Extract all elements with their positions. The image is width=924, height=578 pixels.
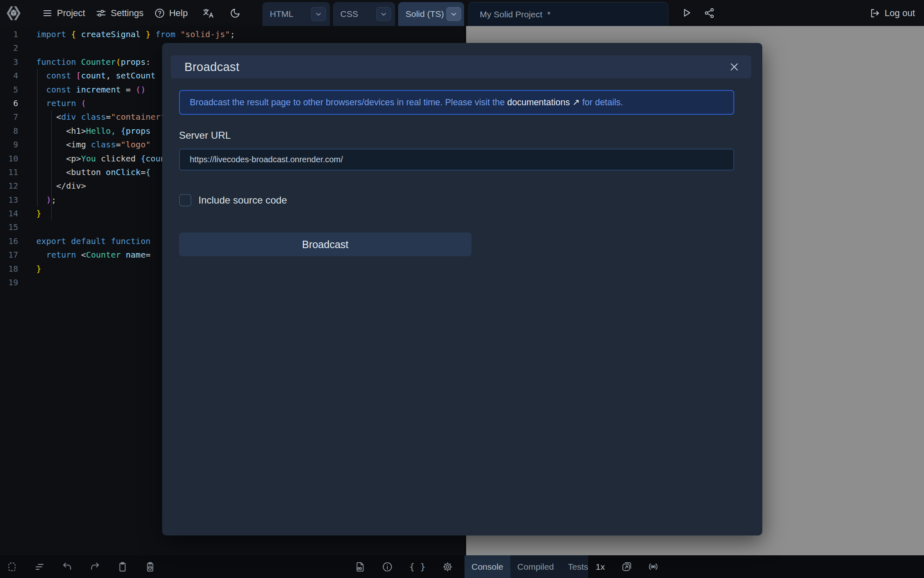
tab-tests[interactable]: Tests	[561, 555, 588, 578]
logout-label: Log out	[885, 8, 915, 19]
broadcast-submit-button[interactable]: Broadcast	[179, 232, 471, 256]
chevron-down-icon[interactable]	[311, 7, 326, 21]
chevron-down-icon[interactable]	[376, 7, 391, 21]
focus-editor-icon[interactable]	[7, 561, 17, 572]
project-menu-label: Project	[57, 8, 85, 19]
dark-mode-icon[interactable]	[230, 8, 240, 19]
project-title-input[interactable]	[469, 2, 668, 26]
run-icon[interactable]	[681, 7, 692, 19]
copy-icon[interactable]	[117, 561, 128, 572]
livecodes-logo-icon[interactable]	[4, 5, 23, 21]
include-source-checkbox[interactable]	[179, 194, 191, 206]
documentations-link-label: documentations	[507, 97, 570, 107]
settings-menu-label: Settings	[111, 8, 144, 19]
share-icon[interactable]	[704, 7, 715, 19]
result-zoom-control[interactable]: 1x	[596, 555, 605, 578]
include-source-row: Include source code	[179, 194, 734, 206]
indent-guide	[37, 69, 38, 207]
indent-guide	[51, 110, 52, 219]
server-url-label: Server URL	[179, 130, 734, 141]
tools-panel: Console Compiled Tests	[464, 555, 588, 578]
project-menu[interactable]: Project	[42, 8, 85, 19]
editor-tabs: HTML CSS Solid (TS)	[262, 2, 464, 26]
include-source-label: Include source code	[198, 194, 287, 206]
tab-css[interactable]: CSS	[333, 2, 395, 26]
modal-body: Broadcast the result page to other brows…	[179, 90, 734, 256]
custom-config-icon[interactable]: { }	[409, 561, 426, 572]
tab-compiled[interactable]: Compiled	[510, 555, 561, 578]
info-icon[interactable]	[382, 561, 393, 572]
translate-icon[interactable]	[203, 8, 215, 19]
info-text: for details.	[580, 97, 623, 108]
info-text: Broadcast the result page to other brows…	[190, 97, 507, 108]
modal-header: Broadcast	[171, 55, 751, 78]
tab-solid-ts[interactable]: Solid (TS)	[398, 2, 464, 26]
tab-css-label: CSS	[340, 9, 358, 19]
broadcast-modal: Broadcast Broadcast the result page to o…	[162, 43, 762, 535]
redo-icon[interactable]	[90, 561, 100, 572]
documentations-link[interactable]: documentations ↗	[507, 97, 580, 108]
tab-html-label: HTML	[270, 9, 293, 19]
chevron-down-icon[interactable]	[446, 7, 461, 21]
tab-console[interactable]: Console	[464, 555, 510, 578]
format-code-icon[interactable]	[34, 561, 45, 572]
hamburger-icon	[42, 8, 53, 19]
broadcast-icon[interactable]	[648, 561, 659, 572]
broadcast-info-message: Broadcast the result page to other brows…	[179, 90, 734, 115]
top-toolbar: Project Settings Help HTML	[0, 0, 924, 26]
help-menu[interactable]: Help	[154, 8, 188, 19]
open-window-icon[interactable]	[621, 561, 632, 572]
logout-button[interactable]: Log out	[870, 0, 915, 26]
undo-icon[interactable]	[62, 561, 73, 572]
modal-title: Broadcast	[184, 60, 239, 74]
editor-settings-icon[interactable]	[442, 561, 453, 572]
paste-icon[interactable]	[145, 561, 156, 572]
help-menu-label: Help	[169, 8, 188, 19]
logout-icon	[870, 8, 880, 19]
tab-solid-ts-label: Solid (TS)	[405, 9, 444, 19]
tab-html[interactable]: HTML	[262, 2, 330, 26]
status-bar: { } Console Compiled Tests 1x	[0, 555, 924, 578]
sliders-icon	[96, 8, 106, 19]
external-resources-icon[interactable]	[355, 561, 365, 572]
settings-menu[interactable]: Settings	[96, 8, 144, 19]
close-icon[interactable]	[728, 61, 740, 73]
external-link-icon: ↗	[572, 97, 580, 107]
help-icon	[154, 8, 165, 19]
server-url-input[interactable]	[179, 149, 734, 171]
